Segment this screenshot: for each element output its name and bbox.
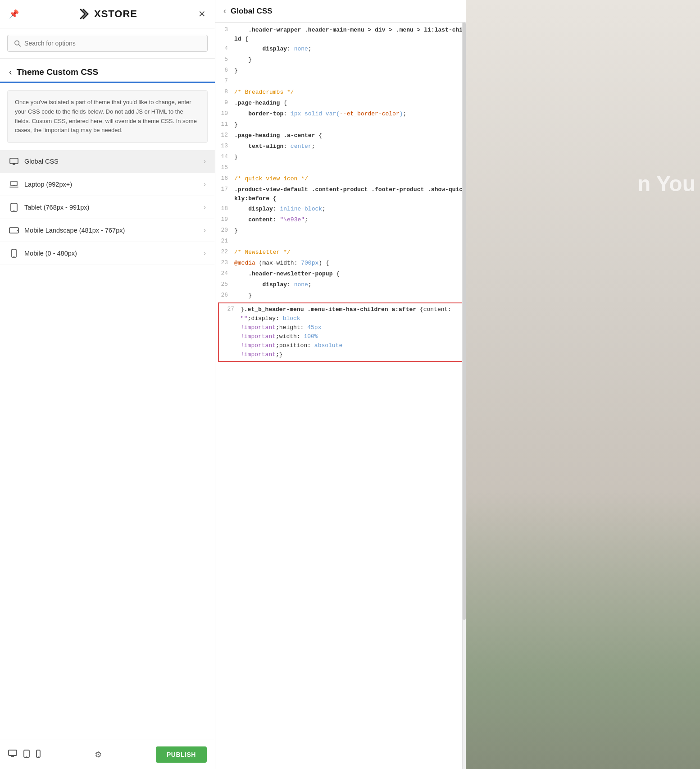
- svg-point-10: [17, 230, 18, 231]
- bottom-mobile-icon[interactable]: [36, 750, 41, 760]
- code-line-19: 19 content: "\e93e";: [215, 215, 466, 226]
- code-line-12: 12 .page-heading .a-center {: [215, 131, 466, 142]
- mobile-icon: [9, 249, 19, 257]
- bottom-tablet-icon[interactable]: [23, 750, 30, 760]
- code-line-3: 3 .header-wrapper .header-main-menu > di…: [215, 25, 466, 44]
- back-arrow-icon[interactable]: ‹: [9, 67, 12, 77]
- code-line-24: 24 .header-newsletter-popup {: [215, 269, 466, 280]
- code-line-10: 10 border-top: 1px solid var(--et_border…: [215, 109, 466, 120]
- menu-item-global-css[interactable]: Global CSS ›: [0, 150, 215, 173]
- chevron-right-icon-0: ›: [204, 157, 206, 165]
- code-line-8: 8 /* Breadcrumbs */: [215, 87, 466, 98]
- search-bar: [0, 28, 215, 59]
- code-line-22: 22 /* Newsletter */: [215, 247, 466, 258]
- laptop-icon: [9, 180, 19, 188]
- logo-text: XSTORE: [94, 8, 137, 20]
- code-line-15: 15: [215, 163, 466, 174]
- svg-rect-2: [10, 158, 18, 164]
- bottom-desktop-icon[interactable]: [8, 750, 17, 760]
- plant-decoration: [466, 307, 700, 769]
- menu-item-tablet[interactable]: Tablet (768px - 991px) ›: [0, 196, 215, 219]
- mobile-landscape-icon: [9, 226, 19, 234]
- menu-item-laptop[interactable]: Laptop (992px+) ›: [0, 173, 215, 196]
- info-text: Once you've isolated a part of theme tha…: [15, 99, 197, 133]
- code-line-5: 5 }: [215, 55, 466, 66]
- bottom-bar: ⚙ PUBLISH: [0, 740, 215, 769]
- right-back-icon[interactable]: ‹: [223, 6, 226, 16]
- code-line-11: 11 }: [215, 120, 466, 131]
- chevron-right-icon-1: ›: [204, 180, 206, 188]
- close-icon[interactable]: ✕: [198, 9, 206, 19]
- section-title: Theme Custom CSS: [17, 67, 99, 77]
- svg-point-17: [26, 756, 27, 757]
- desktop-icon: [9, 157, 19, 165]
- svg-rect-6: [11, 181, 17, 186]
- code-line-6: 6 }: [215, 66, 466, 77]
- code-line-17: 17 .product-view-default .content-produc…: [215, 185, 466, 204]
- code-line-26: 26 }: [215, 291, 466, 302]
- code-line-13: 13 text-align: center;: [215, 142, 466, 152]
- scrollbar-thumb[interactable]: [463, 23, 466, 620]
- chevron-right-icon-4: ›: [204, 249, 206, 257]
- chevron-right-icon-3: ›: [204, 226, 206, 234]
- code-line-9: 9 .page-heading {: [215, 98, 466, 109]
- bg-overlay: n You: [466, 0, 700, 769]
- menu-item-mobile[interactable]: Mobile (0 - 480px) ›: [0, 242, 215, 265]
- svg-point-19: [38, 756, 39, 757]
- logo: XSTORE: [80, 8, 137, 20]
- publish-button[interactable]: PUBLISH: [156, 746, 207, 763]
- tablet-icon: [9, 203, 19, 211]
- menu-item-mobile-landscape[interactable]: Mobile Landscape (481px - 767px) ›: [0, 219, 215, 242]
- chevron-right-icon-2: ›: [204, 203, 206, 211]
- search-input[interactable]: [24, 40, 201, 47]
- code-line-16: 16 /* quick view icon */: [215, 174, 466, 185]
- code-line-4: 4 display: none;: [215, 44, 466, 55]
- right-panel-title: Global CSS: [231, 7, 273, 16]
- search-input-wrap[interactable]: [7, 35, 208, 52]
- right-header: ‹ Global CSS: [215, 0, 466, 23]
- pin-icon[interactable]: 📌: [9, 9, 19, 19]
- menu-item-label-global-css: Global CSS: [24, 158, 59, 165]
- overlay-text: n You: [637, 171, 695, 196]
- settings-icon[interactable]: ⚙: [95, 750, 102, 760]
- code-line-18: 18 display: inline-block;: [215, 204, 466, 215]
- menu-item-label-mobile-landscape: Mobile Landscape (481px - 767px): [24, 227, 125, 234]
- bottom-device-icons: [8, 750, 41, 760]
- menu-items: Global CSS › Laptop (992px+) ›: [0, 150, 215, 740]
- menu-item-label-mobile: Mobile (0 - 480px): [24, 250, 77, 257]
- menu-item-label-laptop: Laptop (992px+): [24, 181, 72, 188]
- back-nav: ‹ Theme Custom CSS: [0, 59, 215, 83]
- code-line-14: 14 }: [215, 152, 466, 163]
- code-line-21: 21: [215, 237, 466, 247]
- svg-rect-13: [9, 750, 17, 755]
- code-editor[interactable]: 3 .header-wrapper .header-main-menu > di…: [215, 23, 466, 769]
- scrollbar-track[interactable]: [462, 23, 466, 769]
- svg-line-1: [18, 45, 20, 46]
- search-icon: [14, 40, 21, 47]
- svg-point-12: [14, 256, 14, 257]
- info-box: Once you've isolated a part of theme tha…: [7, 90, 208, 143]
- left-panel: 📌 XSTORE ✕ ‹ Theme Custom CSS Once you'v…: [0, 0, 215, 769]
- svg-point-8: [14, 210, 14, 211]
- left-header: 📌 XSTORE ✕: [0, 0, 215, 28]
- code-line-20: 20 }: [215, 226, 466, 237]
- menu-item-label-tablet: Tablet (768px - 991px): [24, 204, 89, 211]
- code-line-23: 23 @media (max-width: 700px) {: [215, 258, 466, 269]
- code-lines: 3 .header-wrapper .header-main-menu > di…: [215, 23, 466, 769]
- code-line-7: 7: [215, 77, 466, 87]
- code-line-25: 25 display: none;: [215, 280, 466, 291]
- right-panel: ‹ Global CSS 3 .header-wrapper .header-m…: [215, 0, 466, 769]
- code-line-27-highlighted: 27 }.et_b_header-menu .menu-item-has-chi…: [218, 302, 463, 362]
